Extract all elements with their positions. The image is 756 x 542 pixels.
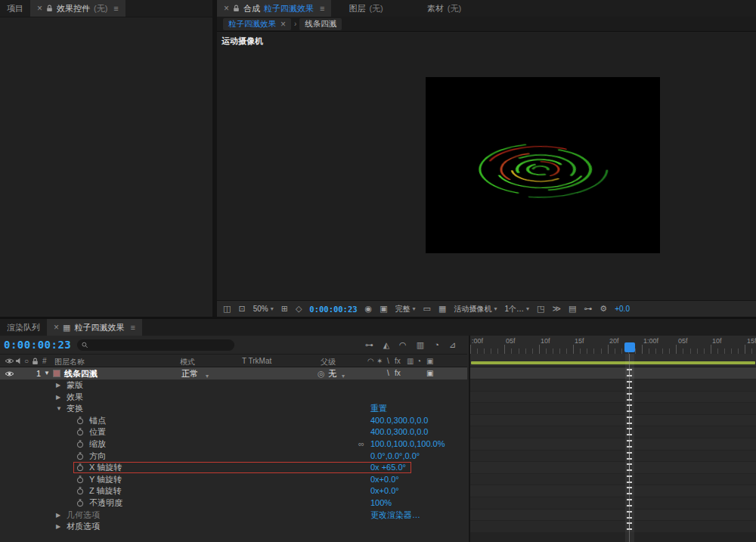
property-row-opacity[interactable]: 不透明度 100% xyxy=(0,497,467,509)
panel-menu-icon[interactable]: ≡ xyxy=(113,4,118,13)
panel-menu-icon[interactable]: ≡ xyxy=(320,4,324,13)
playhead-handle[interactable] xyxy=(624,342,635,352)
property-row-y-rotation[interactable]: Y 轴旋转 0x+0.0° xyxy=(0,474,467,486)
draft-3d-icon[interactable]: ◭ xyxy=(383,340,389,350)
magnification-dropdown[interactable]: 50% ▾ xyxy=(253,305,274,313)
composition-viewer[interactable]: 运动摄像机 xyxy=(217,31,756,300)
twirl-open-icon[interactable]: ▼ xyxy=(56,403,62,414)
tab-timeline-comp[interactable]: × ▦ 粒子四溅效果 ≡ xyxy=(47,319,142,336)
layer-name[interactable]: 线条四溅 xyxy=(64,367,98,379)
property-value[interactable]: 400.0,300.0,0.0 xyxy=(370,415,428,426)
track-row[interactable] xyxy=(470,379,756,392)
graph-editor-icon[interactable]: ⊿ xyxy=(449,340,456,350)
property-value[interactable]: 0.0°,0.0°,0.0° xyxy=(370,451,420,462)
property-value[interactable]: 100% xyxy=(370,497,392,509)
property-value[interactable]: 0x +65.0° xyxy=(370,462,406,473)
pixel-aspect-icon[interactable]: ◳ xyxy=(537,305,544,313)
stopwatch-icon[interactable] xyxy=(76,499,84,507)
mask-visibility-icon[interactable]: ◇ xyxy=(296,305,302,313)
group-row-transform[interactable]: ▼ 变换 重置 xyxy=(0,403,467,415)
transparency-grid-icon[interactable]: ▦ xyxy=(438,305,446,313)
twirl-closed-icon[interactable]: ▶ xyxy=(56,379,60,391)
composition-frame[interactable] xyxy=(426,77,660,253)
layer-quality-switch[interactable]: \ xyxy=(387,367,389,379)
stopwatch-icon[interactable] xyxy=(76,428,84,436)
stopwatch-icon[interactable] xyxy=(76,487,84,495)
track-row[interactable] xyxy=(470,462,756,474)
grid-guides-icon[interactable]: ⊞ xyxy=(281,305,288,313)
twirl-open-icon[interactable]: ▼ xyxy=(44,367,50,379)
track-row[interactable] xyxy=(470,509,756,522)
hide-shy-icon[interactable]: ◠ xyxy=(399,340,407,350)
snapshot-icon[interactable]: ◉ xyxy=(365,305,373,313)
property-row-scale[interactable]: 缩放 ∞ 100.0,100.0,100.0% xyxy=(0,438,467,451)
group-row-masks[interactable]: ▶ 蒙版 xyxy=(0,379,467,392)
layer-row[interactable]: 1 ▼ 线条四溅 正常 ▾ ◎ 无 ▾ \ fx ▣ xyxy=(0,367,467,379)
time-ruler[interactable]: :00f 05f 10f 15f 20f 1:00f 05f 10f 15f xyxy=(470,336,756,354)
search-input[interactable] xyxy=(91,341,231,349)
layer-3d-switch[interactable]: ▣ xyxy=(426,367,433,379)
stopwatch-icon[interactable] xyxy=(76,463,84,472)
property-row-orientation[interactable]: 方向 0.0°,0.0°,0.0° xyxy=(0,451,467,463)
tab-effect-controls[interactable]: × 效果控件 (无) ≡ xyxy=(30,0,125,17)
track-row[interactable] xyxy=(470,521,756,533)
twirl-closed-icon[interactable]: ▶ xyxy=(56,509,60,521)
close-icon[interactable]: × xyxy=(37,4,42,13)
track-row[interactable] xyxy=(470,392,756,404)
layer-parent-dropdown[interactable]: 无 xyxy=(328,367,336,379)
reset-link[interactable]: 重置 xyxy=(370,403,387,414)
eye-icon[interactable] xyxy=(5,370,14,377)
stopwatch-icon[interactable] xyxy=(76,475,84,484)
track-row[interactable] xyxy=(470,403,756,415)
fast-preview-icon[interactable]: ≫ xyxy=(552,305,561,313)
frame-blend-icon[interactable]: ▥ xyxy=(417,340,424,350)
lock-icon[interactable] xyxy=(233,5,240,12)
main-viewer-icon[interactable]: ⊡ xyxy=(238,305,245,313)
property-row-x-rotation[interactable]: X 轴旋转 0x +65.0° xyxy=(0,462,467,474)
property-row-z-rotation[interactable]: Z 轴旋转 0x+0.0° xyxy=(0,485,467,497)
tab-composition[interactable]: × 合成 粒子四溅效果 ≡ xyxy=(217,0,331,17)
group-row-geometry-options[interactable]: ▶ 几何选项 更改渲染器… xyxy=(0,509,467,522)
group-row-material-options[interactable]: ▶ 材质选项 xyxy=(0,521,467,533)
timeline-button-icon[interactable]: ▤ xyxy=(569,305,576,313)
region-of-interest-icon[interactable]: ▭ xyxy=(423,305,431,313)
stopwatch-icon[interactable] xyxy=(76,440,84,448)
stopwatch-icon[interactable] xyxy=(76,417,84,425)
tab-footage[interactable]: 素材 (无) xyxy=(420,0,468,17)
property-row-position[interactable]: 位置 400.0,300.0,0.0 xyxy=(0,426,467,438)
change-renderer-link[interactable]: 更改渲染器… xyxy=(370,509,420,521)
breadcrumb-layer-chip[interactable]: 线条四溅 xyxy=(299,18,342,30)
stopwatch-icon[interactable] xyxy=(76,452,84,460)
twirl-closed-icon[interactable]: ▶ xyxy=(56,392,60,403)
property-value[interactable]: 0x+0.0° xyxy=(370,485,399,497)
mini-flowchart-icon[interactable]: ⊶ xyxy=(365,340,373,350)
layer-duration-bar[interactable] xyxy=(470,367,756,379)
reset-exposure-icon[interactable]: ⚙ xyxy=(600,305,607,313)
track-row[interactable] xyxy=(470,474,756,486)
motion-blur-icon[interactable]: ◔ xyxy=(434,340,439,350)
property-row-anchor-point[interactable]: 锚点 400.0,300.0,0.0 xyxy=(0,415,467,427)
close-icon[interactable]: × xyxy=(280,20,286,29)
property-value[interactable]: 100.0,100.0,100.0% xyxy=(370,438,445,450)
3d-view-dropdown[interactable]: 活动摄像机 ▾ xyxy=(454,304,497,314)
viewer-timecode[interactable]: 0:00:00:23 xyxy=(309,305,357,314)
track-row[interactable] xyxy=(470,485,756,497)
property-value[interactable]: 400.0,300.0,0.0 xyxy=(370,426,428,438)
tab-layer[interactable]: 图层 (无) xyxy=(342,0,389,17)
close-icon[interactable]: × xyxy=(224,4,229,13)
panel-menu-icon[interactable]: ≡ xyxy=(130,323,135,332)
property-value[interactable]: 0x+0.0° xyxy=(370,474,399,485)
resolution-dropdown[interactable]: 完整 ▾ xyxy=(395,304,416,314)
track-row[interactable] xyxy=(470,451,756,463)
show-snapshot-icon[interactable]: ▣ xyxy=(380,305,387,313)
flowchart-icon[interactable]: ⊶ xyxy=(584,305,592,313)
breadcrumb-comp-chip[interactable]: 粒子四溅效果 × xyxy=(223,18,291,30)
track-row[interactable] xyxy=(470,497,756,509)
exposure-value[interactable]: +0.0 xyxy=(615,305,630,313)
track-row[interactable] xyxy=(470,415,756,427)
work-area-bar[interactable] xyxy=(471,361,755,364)
track-row[interactable] xyxy=(470,438,756,451)
group-row-effects[interactable]: ▶ 效果 xyxy=(0,392,467,404)
twirl-closed-icon[interactable]: ▶ xyxy=(56,521,60,532)
track-row[interactable] xyxy=(470,426,756,438)
